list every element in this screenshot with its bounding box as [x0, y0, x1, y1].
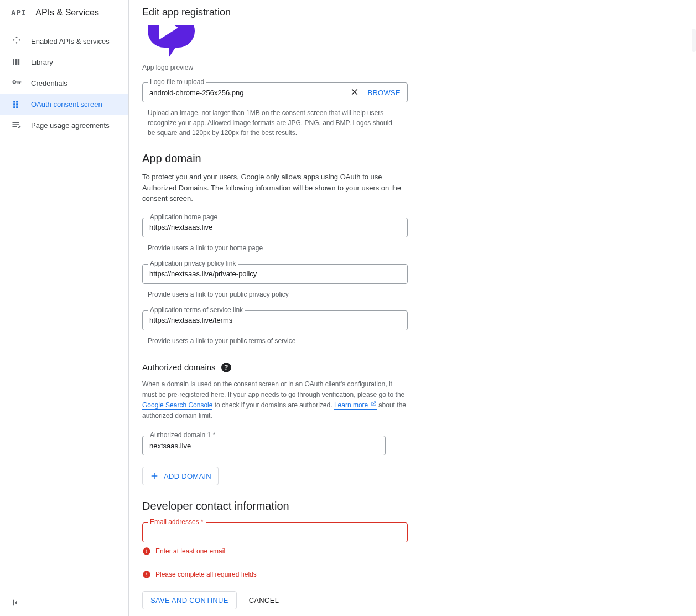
terms-label: Application terms of service link [148, 306, 245, 314]
authorized-domains-text: Authorized domains [142, 363, 216, 372]
email-addresses-input[interactable] [149, 529, 401, 537]
page-title: Edit app registration [129, 0, 696, 25]
logo-file-input[interactable] [149, 89, 350, 97]
error-icon [142, 570, 151, 579]
sidebar-title: APIs & Services [35, 8, 99, 18]
privacy-policy-helper: Provide users a link to your public priv… [142, 286, 452, 299]
privacy-policy-field: Application privacy policy link [142, 264, 408, 284]
main: Edit app registration App logo preview L… [129, 0, 696, 616]
add-domain-button[interactable]: ADD DOMAIN [142, 467, 219, 485]
form-error-text: Please complete all required fields [155, 571, 257, 578]
add-domain-label: ADD DOMAIN [164, 472, 211, 480]
auth-desc-1: When a domain is used on the consent scr… [142, 380, 404, 398]
email-error: Enter at least one email [142, 547, 452, 556]
credentials-icon [11, 77, 22, 89]
page-usage-icon [11, 120, 22, 131]
privacy-policy-label: Application privacy policy link [148, 260, 238, 267]
google-search-console-link[interactable]: Google Search Console [142, 401, 212, 410]
authorized-domains-heading: Authorized domains ? [142, 363, 452, 372]
app-domain-heading: App domain [142, 152, 452, 165]
home-page-field: Application home page [142, 218, 408, 237]
home-page-input[interactable] [149, 223, 401, 231]
form-error: Please complete all required fields [142, 570, 452, 579]
app-domain-desc: To protect you and your users, Google on… [142, 172, 408, 204]
nav-item-label: Credentials [31, 79, 67, 87]
sidebar-collapse[interactable] [0, 591, 128, 616]
enabled-apis-icon [11, 35, 22, 46]
nav-item-oauth-consent[interactable]: OAuth consent screen [0, 94, 128, 115]
authorized-domain-field: Authorized domain 1 * [142, 436, 386, 455]
help-icon[interactable]: ? [221, 363, 231, 372]
collapse-icon [11, 601, 21, 609]
privacy-policy-input[interactable] [149, 270, 401, 278]
email-addresses-label: Email addresses * [148, 518, 206, 526]
cancel-button[interactable]: CANCEL [247, 592, 282, 609]
plus-icon [149, 471, 159, 481]
nav-item-library[interactable]: Library [0, 51, 128, 73]
terms-input[interactable] [149, 316, 401, 324]
error-icon [142, 547, 151, 556]
sidebar: API APIs & Services Enabled APIs & servi… [0, 0, 129, 616]
terms-field: Application terms of service link [142, 310, 408, 330]
logo-file-field: Logo file to upload BROWSE [142, 82, 408, 102]
api-icon: API [11, 8, 27, 17]
clear-icon[interactable] [350, 87, 360, 99]
authorized-domain-label: Authorized domain 1 * [148, 431, 217, 439]
nav-item-credentials[interactable]: Credentials [0, 73, 128, 94]
home-page-label: Application home page [148, 213, 220, 221]
nav-item-label: Library [31, 58, 53, 66]
library-icon [11, 56, 22, 68]
authorized-domains-desc: When a domain is used on the consent scr… [142, 379, 408, 422]
auth-desc-2: to check if your domains are authorized. [212, 401, 334, 409]
home-page-helper: Provide users a link to your home page [142, 240, 452, 253]
browse-button[interactable]: BROWSE [367, 89, 401, 97]
email-addresses-field: Email addresses * [142, 522, 408, 542]
logo-file-label: Logo file to upload [148, 78, 206, 86]
learn-more-link[interactable]: Learn more [334, 401, 377, 410]
nav-item-enabled-apis[interactable]: Enabled APIs & services [0, 30, 128, 51]
nav-item-label: Enabled APIs & services [31, 37, 110, 45]
sidebar-header: API APIs & Services [0, 0, 128, 26]
scrollbar[interactable] [692, 29, 696, 52]
developer-contact-heading: Developer contact information [142, 500, 452, 513]
terms-helper: Provide users a link to your public term… [142, 333, 452, 346]
sidebar-nav: Enabled APIs & services Library Credenti… [0, 26, 128, 136]
nav-item-page-usage[interactable]: Page usage agreements [0, 115, 128, 136]
app-logo-preview [142, 25, 198, 61]
action-buttons: SAVE AND CONTINUE CANCEL [142, 591, 452, 609]
save-and-continue-button[interactable]: SAVE AND CONTINUE [142, 591, 237, 609]
logo-caption: App logo preview [142, 64, 452, 71]
external-link-icon [370, 400, 377, 411]
authorized-domain-input[interactable] [149, 442, 378, 450]
main-content: App logo preview Logo file to upload BRO… [129, 25, 696, 616]
nav-item-label: Page usage agreements [31, 121, 110, 130]
nav-item-label: OAuth consent screen [31, 100, 102, 108]
oauth-consent-icon [11, 99, 22, 110]
logo-file-helper: Upload an image, not larger than 1MB on … [142, 105, 397, 138]
email-error-text: Enter at least one email [155, 547, 225, 555]
